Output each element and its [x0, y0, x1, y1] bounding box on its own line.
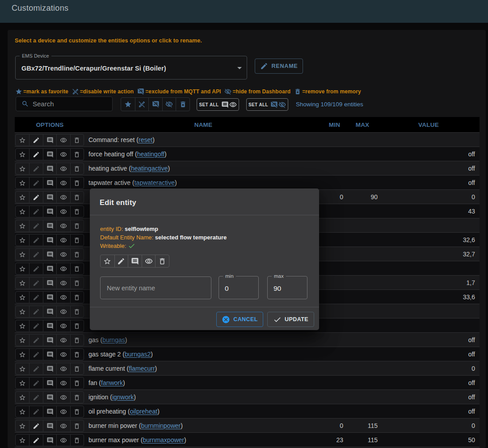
dialog-toggle-edit[interactable]	[114, 255, 128, 267]
row-toggle-edit[interactable]	[29, 149, 42, 160]
row-toggle-star-border[interactable]	[16, 263, 29, 274]
row-toggle-comment[interactable]	[43, 320, 56, 331]
row-toggle-visibility-outlined[interactable]	[56, 206, 70, 217]
row-toggle-edit[interactable]	[29, 163, 42, 174]
row-toggle-delete-outline[interactable]	[70, 234, 84, 246]
row-toggle-delete-outline[interactable]	[70, 377, 84, 389]
row-toggle-star-border[interactable]	[16, 363, 29, 374]
row-toggle-delete-outline[interactable]	[70, 163, 84, 174]
row-toggle-comment[interactable]	[43, 234, 56, 246]
filter-toggle-edit-off[interactable]	[135, 98, 149, 111]
row-toggle-comment[interactable]	[43, 435, 56, 446]
row-toggle-star-border[interactable]	[16, 435, 29, 446]
table-row[interactable]: force heating off (heatingoff)off	[15, 147, 480, 161]
row-toggle-comment[interactable]	[43, 363, 56, 374]
row-toggle-delete-outline[interactable]	[70, 292, 84, 303]
row-toggle-edit[interactable]	[29, 320, 42, 331]
row-toggle-delete-outline[interactable]	[70, 320, 84, 331]
row-toggle-edit[interactable]	[29, 192, 42, 203]
row-toggle-delete-outline[interactable]	[70, 177, 84, 188]
row-toggle-delete-outline[interactable]	[70, 406, 84, 417]
row-toggle-star-border[interactable]	[16, 134, 29, 146]
row-toggle-comment[interactable]	[43, 292, 56, 303]
table-row[interactable]: burner max power (burnmaxpower)2311550	[15, 432, 480, 447]
row-toggle-star-border[interactable]	[16, 349, 29, 360]
row-toggle-delete-outline[interactable]	[70, 306, 84, 317]
dialog-toggle-star-border[interactable]	[101, 255, 114, 267]
table-row[interactable]: oil preheating (oilpreheat)off	[15, 404, 480, 418]
row-toggle-delete-outline[interactable]	[70, 263, 84, 274]
row-toggle-visibility-outlined[interactable]	[56, 392, 70, 403]
row-toggle-star-border[interactable]	[16, 249, 29, 260]
row-toggle-edit[interactable]	[29, 249, 42, 260]
row-toggle-edit[interactable]	[29, 206, 42, 217]
row-toggle-delete-outline[interactable]	[70, 134, 84, 146]
row-toggle-comment[interactable]	[43, 192, 56, 203]
new-entity-name-input[interactable]: New entity name	[100, 276, 211, 299]
row-toggle-comment[interactable]	[43, 220, 56, 231]
cancel-button[interactable]: CANCEL	[216, 312, 263, 327]
row-toggle-star-border[interactable]	[16, 192, 29, 203]
row-toggle-star-border[interactable]	[16, 149, 29, 160]
row-toggle-delete-outline[interactable]	[70, 277, 84, 289]
row-toggle-comment[interactable]	[43, 277, 56, 289]
row-toggle-visibility-outlined[interactable]	[56, 249, 70, 260]
row-toggle-comment[interactable]	[43, 249, 56, 260]
row-toggle-edit[interactable]	[29, 349, 42, 360]
row-toggle-edit[interactable]	[29, 363, 42, 374]
row-toggle-star-border[interactable]	[16, 177, 29, 188]
row-toggle-visibility-outlined[interactable]	[56, 377, 70, 389]
row-toggle-visibility-outlined[interactable]	[56, 306, 70, 317]
entity-shortname-link[interactable]: oilpreheat	[130, 408, 158, 415]
entity-shortname-link[interactable]: fanwork	[101, 379, 123, 386]
row-toggle-visibility-outlined[interactable]	[56, 406, 70, 417]
row-toggle-comment[interactable]	[43, 392, 56, 403]
row-toggle-edit[interactable]	[29, 220, 42, 231]
row-toggle-delete-outline[interactable]	[70, 192, 84, 203]
row-toggle-visibility-outlined[interactable]	[56, 363, 70, 374]
entity-shortname-link[interactable]: burngas	[102, 336, 125, 343]
entity-shortname-link[interactable]: burnmaxpower	[143, 436, 184, 444]
row-toggle-delete-outline[interactable]	[70, 363, 84, 374]
table-row[interactable]: flame current (flamecurr)0	[15, 361, 480, 375]
row-toggle-comment[interactable]	[43, 349, 56, 360]
row-toggle-visibility-outlined[interactable]	[56, 435, 70, 446]
row-toggle-visibility-outlined[interactable]	[56, 349, 70, 360]
entity-shortname-link[interactable]: flamecurr	[129, 365, 155, 372]
row-toggle-comment[interactable]	[43, 149, 56, 160]
row-toggle-edit[interactable]	[29, 420, 42, 431]
table-row[interactable]: fan (fanwork)off	[15, 375, 480, 389]
row-toggle-visibility-outlined[interactable]	[56, 177, 70, 188]
entity-shortname-link[interactable]: burnminpower	[141, 422, 181, 429]
row-toggle-visibility-outlined[interactable]	[56, 420, 70, 431]
row-toggle-comment[interactable]	[43, 406, 56, 417]
row-toggle-edit[interactable]	[29, 263, 42, 274]
row-toggle-comment[interactable]	[43, 335, 56, 346]
row-toggle-delete-outline[interactable]	[70, 149, 84, 160]
row-toggle-edit[interactable]	[29, 435, 42, 446]
entity-shortname-link[interactable]: heatingactive	[131, 165, 168, 172]
row-toggle-visibility-outlined[interactable]	[56, 335, 70, 346]
row-toggle-delete-outline[interactable]	[70, 435, 84, 446]
row-toggle-delete-outline[interactable]	[70, 206, 84, 217]
row-toggle-edit[interactable]	[29, 277, 42, 289]
row-toggle-comment[interactable]	[43, 377, 56, 389]
entity-shortname-link[interactable]: tapwateractive	[135, 179, 175, 186]
row-toggle-star-border[interactable]	[16, 220, 29, 231]
entity-shortname-link[interactable]: ignwork	[112, 394, 134, 401]
row-toggle-delete-outline[interactable]	[70, 349, 84, 360]
row-toggle-star-border[interactable]	[16, 392, 29, 403]
table-row[interactable]: heating active (heatingactive)off	[15, 161, 480, 175]
row-toggle-comment[interactable]	[43, 177, 56, 188]
row-toggle-comment[interactable]	[43, 306, 56, 317]
row-toggle-delete-outline[interactable]	[70, 220, 84, 231]
search-input[interactable]: Search	[16, 96, 113, 111]
update-button[interactable]: UPDATE	[267, 312, 314, 327]
row-toggle-star-border[interactable]	[16, 234, 29, 246]
row-toggle-star-border[interactable]	[16, 306, 29, 317]
row-toggle-comment[interactable]	[43, 263, 56, 274]
table-row[interactable]: burner min power (burnminpower)01150	[15, 418, 480, 432]
row-toggle-visibility-outlined[interactable]	[56, 220, 70, 231]
entity-shortname-link[interactable]: heatingoff	[137, 151, 164, 158]
row-toggle-comment[interactable]	[43, 134, 56, 146]
